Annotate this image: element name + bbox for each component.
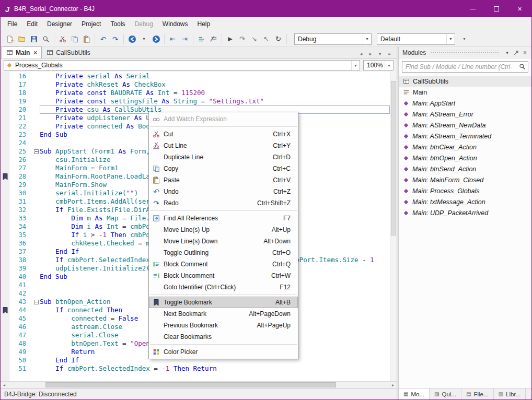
build-config-combo[interactable]: Default ▼ [377, 33, 455, 45]
code-line-17[interactable]: 17 Private chkReset As CheckBox [1, 80, 390, 89]
undo-button[interactable]: ↶ [97, 33, 109, 45]
fold-marker-icon[interactable] [32, 300, 40, 304]
modules-panel-header[interactable]: Modules ▾ × [399, 47, 531, 58]
fold-marker-icon[interactable] [32, 149, 40, 154]
menu-item-copy[interactable]: CopyCtrl+C [149, 163, 298, 174]
new-button[interactable] [4, 33, 16, 45]
comment-button[interactable] [195, 33, 207, 45]
menu-item-add-watch-expression[interactable]: Add Watch Expression [149, 113, 298, 125]
zoom-combo[interactable]: 100% ▼ [363, 60, 394, 70]
panel-tab-files[interactable]: ▤File... [461, 389, 494, 399]
menu-item-color-picker[interactable]: Color Picker [149, 346, 298, 358]
uncomment-button[interactable] [207, 33, 219, 45]
tab-close-icon[interactable]: × [33, 49, 37, 56]
module-item-main-astream-terminated[interactable]: Main: AStream_Terminated [399, 131, 531, 142]
scroll-right-arrow[interactable]: ▸ [389, 382, 397, 388]
minimize-button[interactable] [461, 1, 484, 17]
chevron-down-icon[interactable]: ▾ [376, 49, 384, 58]
redo-button[interactable]: ↷ [109, 33, 121, 45]
code-line-18[interactable]: 18 Private const BAUDRATE As Int = 11520… [1, 89, 390, 97]
module-item-callsubutils[interactable]: CallSubUtils [399, 76, 531, 87]
indent-button[interactable]: ⇥ [179, 33, 191, 45]
find-sub-input[interactable] [402, 61, 528, 73]
vertical-scrollbar-thumb[interactable] [391, 81, 396, 236]
panel-close-button[interactable]: × [521, 48, 529, 57]
module-item-main-astream-error[interactable]: Main: AStream_Error [399, 109, 531, 120]
panel-menu-button[interactable]: ▾ [503, 48, 512, 57]
menu-item-find-all-references[interactable]: Find All ReferencesF7 [149, 213, 298, 224]
menu-windows[interactable]: Windows [158, 17, 193, 31]
menu-item-move-line-s-up[interactable]: Move Line(s) UpAlt+Up [149, 224, 298, 236]
panel-drag-grip[interactable] [430, 50, 500, 55]
pin-icon[interactable] [512, 48, 521, 57]
restart-button[interactable]: ↻ [272, 33, 284, 45]
menu-item-cut[interactable]: CutCtrl+X [149, 128, 298, 140]
close-button[interactable]: × [508, 1, 531, 17]
tab-main[interactable]: Main× [2, 46, 42, 58]
module-item-main-txtmessage-action[interactable]: Main: txtMessage_Action [399, 196, 531, 207]
horizontal-scrollbar-thumb[interactable] [45, 382, 336, 387]
menu-item-cut-line[interactable]: Cut LineCtrl+Y [149, 140, 298, 151]
menu-item-move-line-s-down[interactable]: Move Line(s) DownAlt+Down [149, 236, 298, 247]
module-item-main[interactable]: Main [399, 87, 531, 98]
forward-button[interactable] [150, 33, 162, 45]
code-line-19[interactable]: 19 Private const settingsFile As String … [1, 97, 390, 105]
panel-tab-quick[interactable]: ▨Qui... [430, 389, 461, 399]
menu-item-toggle-outlining[interactable]: Toggle OutliningCtrl+O [149, 247, 298, 258]
module-item-main-btnclear-action[interactable]: Main: btnClear_Action [399, 142, 531, 152]
debug-mode-combo[interactable]: Debug ▼ [294, 33, 372, 45]
menu-item-redo[interactable]: ↷RedoCtrl+Shift+Z [149, 197, 298, 209]
step-out-button[interactable]: ↖ [260, 33, 272, 45]
menu-item-block-uncomment[interactable]: Block UncommentCtrl+W [149, 270, 298, 281]
toolbar-overflow-button[interactable]: ▼ [458, 33, 470, 45]
cut-button[interactable] [56, 33, 68, 45]
tab-callsubutils[interactable]: CallSubUtils [42, 46, 95, 58]
menu-project[interactable]: Project [77, 17, 106, 31]
panel-tab-libraries[interactable]: ▥Libr... [494, 389, 526, 399]
find-button[interactable] [40, 33, 52, 45]
maximize-button[interactable] [484, 1, 508, 17]
module-item-main-udp-packetarrived[interactable]: Main: UDP_PacketArrived [399, 207, 531, 218]
code-line-51[interactable]: 51 If cmbPort.SelectedIndex = -1 Then Re… [1, 364, 390, 373]
module-item-main-astream-newdata[interactable]: Main: AStream_NewData [399, 120, 531, 131]
panel-tab-modules[interactable]: ▦Mo... [399, 389, 430, 399]
menu-item-block-comment[interactable]: Block CommentCtrl+Q [149, 258, 298, 270]
menu-item-clear-bookmarks[interactable]: Clear Bookmarks [149, 331, 298, 343]
outdent-button[interactable]: ⇤ [167, 33, 179, 45]
scroll-left-arrow[interactable]: ◂ [1, 382, 8, 388]
menu-item-previous-bookmark[interactable]: Previous BookmarkAlt+PageUp [149, 320, 298, 331]
menu-item-toggle-bookmark[interactable]: Toggle BookmarkAlt+B [149, 297, 298, 308]
back-dropdown-button[interactable]: ▼ [138, 33, 150, 45]
module-item-main-appstart[interactable]: Main: AppStart [399, 98, 531, 109]
menu-item-undo[interactable]: ↶UndoCtrl+Z [149, 186, 298, 197]
menu-item-paste[interactable]: PasteCtrl+V [149, 174, 298, 186]
back-button[interactable] [126, 33, 138, 45]
menu-help[interactable]: Help [193, 17, 215, 31]
run-button[interactable]: ▶ [224, 33, 236, 45]
tab-list-icon[interactable]: ≡ [385, 49, 394, 58]
step-into-button[interactable]: ↘ [248, 33, 260, 45]
menu-designer[interactable]: Designer [42, 17, 77, 31]
module-item-main-mainform-closed[interactable]: Main: MainForm_Closed [399, 174, 531, 185]
menu-debug[interactable]: Debug [130, 17, 157, 31]
step-over-button[interactable]: ↷ [236, 33, 248, 45]
current-sub-combo[interactable]: Process_Globals ▼ [4, 60, 360, 70]
menu-edit[interactable]: Edit [22, 17, 42, 31]
code-line-16[interactable]: 16 Private serial As Serial [1, 72, 390, 80]
module-item-main-process-globals[interactable]: Main: Process_Globals [399, 185, 531, 196]
save-button[interactable] [28, 33, 40, 45]
open-button[interactable] [16, 33, 28, 45]
menu-item-goto-identifier-ctrl-click[interactable]: Goto Identifier (Ctrl+Click)F12 [149, 281, 298, 293]
paste-button[interactable] [80, 33, 92, 45]
menu-file[interactable]: File [3, 17, 22, 31]
title-bar[interactable]: J B4R_Serial_Connector - B4J × [1, 1, 531, 17]
menu-tools[interactable]: Tools [106, 17, 130, 31]
chevron-left-icon[interactable]: ◂ [357, 49, 365, 58]
module-item-main-btnopen-action[interactable]: Main: btnOpen_Action [399, 152, 531, 163]
module-item-main-btnsend-action[interactable]: Main: btnSend_Action [399, 163, 531, 174]
horizontal-scrollbar[interactable]: ◂ ▸ [1, 381, 397, 388]
menu-item-duplicate-line[interactable]: Duplicate LineCtrl+D [149, 151, 298, 163]
copy-button[interactable] [68, 33, 80, 45]
chevron-right-icon[interactable]: ▸ [366, 49, 375, 58]
vertical-scrollbar[interactable] [390, 72, 397, 381]
